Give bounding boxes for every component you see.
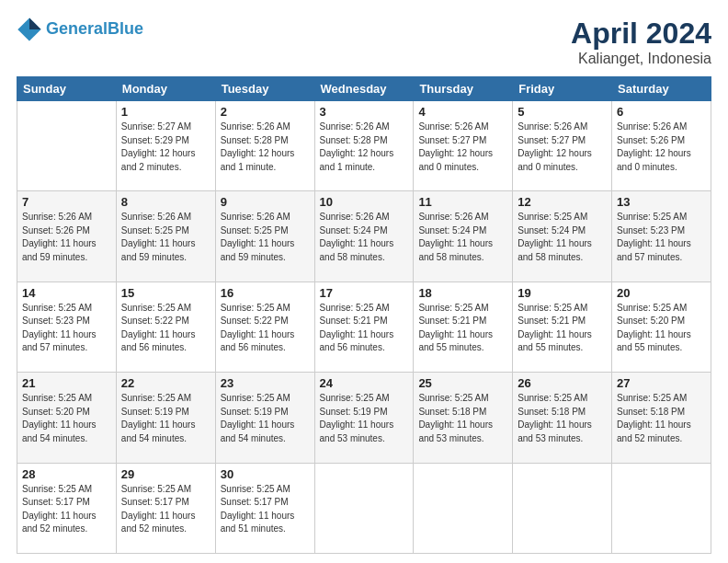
- day-cell: 25Sunrise: 5:25 AMSunset: 5:18 PMDayligh…: [414, 373, 513, 463]
- day-cell: 13Sunrise: 5:25 AMSunset: 5:23 PMDayligh…: [612, 191, 711, 282]
- day-number: 30: [221, 467, 310, 481]
- day-info: Sunrise: 5:26 AMSunset: 5:24 PMDaylight:…: [418, 211, 507, 264]
- day-number: 26: [518, 376, 607, 390]
- day-number: 18: [418, 286, 507, 300]
- day-info: Sunrise: 5:26 AMSunset: 5:24 PMDaylight:…: [320, 211, 409, 264]
- day-cell: 22Sunrise: 5:25 AMSunset: 5:19 PMDayligh…: [116, 373, 215, 463]
- day-info: Sunrise: 5:25 AMSunset: 5:17 PMDaylight:…: [121, 483, 210, 536]
- day-number: 5: [518, 105, 607, 119]
- day-info: Sunrise: 5:25 AMSunset: 5:18 PMDaylight:…: [418, 392, 507, 445]
- day-number: 16: [221, 286, 310, 300]
- title-block: April 2024 Kalianget, Indonesia: [571, 17, 711, 67]
- week-row-5: 28Sunrise: 5:25 AMSunset: 5:17 PMDayligh…: [17, 463, 711, 553]
- svg-marker-2: [17, 29, 29, 41]
- day-number: 12: [518, 195, 607, 209]
- day-cell: 17Sunrise: 5:25 AMSunset: 5:21 PMDayligh…: [314, 282, 414, 372]
- day-cell: 16Sunrise: 5:25 AMSunset: 5:22 PMDayligh…: [215, 282, 314, 372]
- day-number: 8: [121, 195, 210, 209]
- day-cell: 18Sunrise: 5:25 AMSunset: 5:21 PMDayligh…: [414, 282, 513, 372]
- day-cell: 14Sunrise: 5:25 AMSunset: 5:23 PMDayligh…: [17, 282, 117, 372]
- day-info: Sunrise: 5:25 AMSunset: 5:18 PMDaylight:…: [518, 392, 607, 445]
- day-cell: 15Sunrise: 5:25 AMSunset: 5:22 PMDayligh…: [116, 282, 215, 372]
- day-number: 21: [22, 376, 111, 390]
- calendar-table: Sunday Monday Tuesday Wednesday Thursday…: [17, 76, 711, 554]
- calendar-subtitle: Kalianget, Indonesia: [571, 51, 711, 67]
- day-cell: 26Sunrise: 5:25 AMSunset: 5:18 PMDayligh…: [513, 373, 612, 463]
- day-number: 29: [121, 467, 210, 481]
- day-cell: [513, 463, 612, 553]
- day-number: 22: [121, 376, 210, 390]
- day-info: Sunrise: 5:26 AMSunset: 5:26 PMDaylight:…: [22, 211, 111, 264]
- day-info: Sunrise: 5:25 AMSunset: 5:21 PMDaylight:…: [320, 302, 409, 355]
- week-row-1: 1Sunrise: 5:27 AMSunset: 5:29 PMDaylight…: [17, 101, 711, 191]
- day-cell: 12Sunrise: 5:25 AMSunset: 5:24 PMDayligh…: [513, 191, 612, 282]
- day-cell: 30Sunrise: 5:25 AMSunset: 5:17 PMDayligh…: [215, 463, 314, 553]
- day-info: Sunrise: 5:26 AMSunset: 5:28 PMDaylight:…: [320, 121, 409, 174]
- day-info: Sunrise: 5:25 AMSunset: 5:22 PMDaylight:…: [221, 302, 310, 355]
- col-friday: Friday: [513, 77, 612, 101]
- day-cell: 4Sunrise: 5:26 AMSunset: 5:27 PMDaylight…: [414, 101, 513, 191]
- col-wednesday: Wednesday: [314, 77, 414, 101]
- day-cell: 8Sunrise: 5:26 AMSunset: 5:25 PMDaylight…: [116, 191, 215, 282]
- week-row-4: 21Sunrise: 5:25 AMSunset: 5:20 PMDayligh…: [17, 373, 711, 463]
- logo: GeneralBlue: [17, 17, 143, 42]
- day-cell: [314, 463, 414, 553]
- svg-marker-1: [29, 17, 41, 29]
- logo-text: GeneralBlue: [46, 20, 143, 39]
- header: GeneralBlue April 2024 Kalianget, Indone…: [17, 17, 711, 67]
- day-info: Sunrise: 5:25 AMSunset: 5:18 PMDaylight:…: [617, 392, 706, 445]
- day-info: Sunrise: 5:26 AMSunset: 5:25 PMDaylight:…: [121, 211, 210, 264]
- day-info: Sunrise: 5:25 AMSunset: 5:22 PMDaylight:…: [121, 302, 210, 355]
- day-info: Sunrise: 5:26 AMSunset: 5:28 PMDaylight:…: [221, 121, 310, 174]
- logo-icon: [17, 17, 42, 42]
- day-cell: 19Sunrise: 5:25 AMSunset: 5:21 PMDayligh…: [513, 282, 612, 372]
- header-row: Sunday Monday Tuesday Wednesday Thursday…: [17, 77, 711, 101]
- day-cell: 21Sunrise: 5:25 AMSunset: 5:20 PMDayligh…: [17, 373, 117, 463]
- day-cell: 28Sunrise: 5:25 AMSunset: 5:17 PMDayligh…: [17, 463, 117, 553]
- day-cell: 9Sunrise: 5:26 AMSunset: 5:25 PMDaylight…: [215, 191, 314, 282]
- day-cell: 23Sunrise: 5:25 AMSunset: 5:19 PMDayligh…: [215, 373, 314, 463]
- logo-line1: General: [46, 19, 108, 38]
- day-info: Sunrise: 5:25 AMSunset: 5:23 PMDaylight:…: [22, 302, 111, 355]
- day-cell: 3Sunrise: 5:26 AMSunset: 5:28 PMDaylight…: [314, 101, 414, 191]
- day-info: Sunrise: 5:25 AMSunset: 5:21 PMDaylight:…: [418, 302, 507, 355]
- day-cell: 1Sunrise: 5:27 AMSunset: 5:29 PMDaylight…: [116, 101, 215, 191]
- day-number: 23: [221, 376, 310, 390]
- day-info: Sunrise: 5:25 AMSunset: 5:20 PMDaylight:…: [22, 392, 111, 445]
- day-info: Sunrise: 5:25 AMSunset: 5:24 PMDaylight:…: [518, 211, 607, 264]
- day-info: Sunrise: 5:26 AMSunset: 5:25 PMDaylight:…: [221, 211, 310, 264]
- col-thursday: Thursday: [414, 77, 513, 101]
- day-info: Sunrise: 5:25 AMSunset: 5:17 PMDaylight:…: [221, 483, 310, 536]
- col-tuesday: Tuesday: [215, 77, 314, 101]
- day-number: 17: [320, 286, 409, 300]
- day-info: Sunrise: 5:25 AMSunset: 5:17 PMDaylight:…: [22, 483, 111, 536]
- day-cell: [17, 101, 117, 191]
- day-number: 11: [418, 195, 507, 209]
- logo-line2: Blue: [108, 19, 143, 38]
- day-number: 9: [221, 195, 310, 209]
- day-number: 15: [121, 286, 210, 300]
- day-info: Sunrise: 5:26 AMSunset: 5:27 PMDaylight:…: [418, 121, 507, 174]
- day-cell: 27Sunrise: 5:25 AMSunset: 5:18 PMDayligh…: [612, 373, 711, 463]
- col-monday: Monday: [116, 77, 215, 101]
- day-info: Sunrise: 5:25 AMSunset: 5:21 PMDaylight:…: [518, 302, 607, 355]
- day-info: Sunrise: 5:25 AMSunset: 5:19 PMDaylight:…: [121, 392, 210, 445]
- day-info: Sunrise: 5:25 AMSunset: 5:23 PMDaylight:…: [617, 211, 706, 264]
- day-cell: [414, 463, 513, 553]
- day-number: 2: [221, 105, 310, 119]
- day-cell: 5Sunrise: 5:26 AMSunset: 5:27 PMDaylight…: [513, 101, 612, 191]
- day-number: 10: [320, 195, 409, 209]
- calendar-title: April 2024: [571, 17, 711, 51]
- day-number: 3: [320, 105, 409, 119]
- day-number: 1: [121, 105, 210, 119]
- day-cell: 11Sunrise: 5:26 AMSunset: 5:24 PMDayligh…: [414, 191, 513, 282]
- week-row-2: 7Sunrise: 5:26 AMSunset: 5:26 PMDaylight…: [17, 191, 711, 282]
- day-info: Sunrise: 5:25 AMSunset: 5:20 PMDaylight:…: [617, 302, 706, 355]
- day-info: Sunrise: 5:25 AMSunset: 5:19 PMDaylight:…: [221, 392, 310, 445]
- day-info: Sunrise: 5:25 AMSunset: 5:19 PMDaylight:…: [320, 392, 409, 445]
- day-cell: 20Sunrise: 5:25 AMSunset: 5:20 PMDayligh…: [612, 282, 711, 372]
- day-number: 20: [617, 286, 706, 300]
- day-info: Sunrise: 5:26 AMSunset: 5:27 PMDaylight:…: [518, 121, 607, 174]
- day-number: 27: [617, 376, 706, 390]
- day-cell: 10Sunrise: 5:26 AMSunset: 5:24 PMDayligh…: [314, 191, 414, 282]
